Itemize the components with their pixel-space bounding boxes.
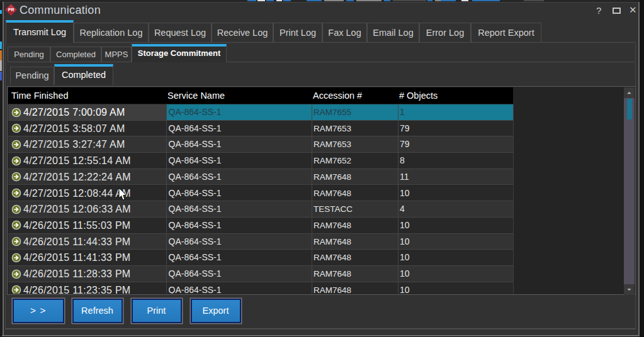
svg-text:PR: PR: [8, 8, 14, 12]
